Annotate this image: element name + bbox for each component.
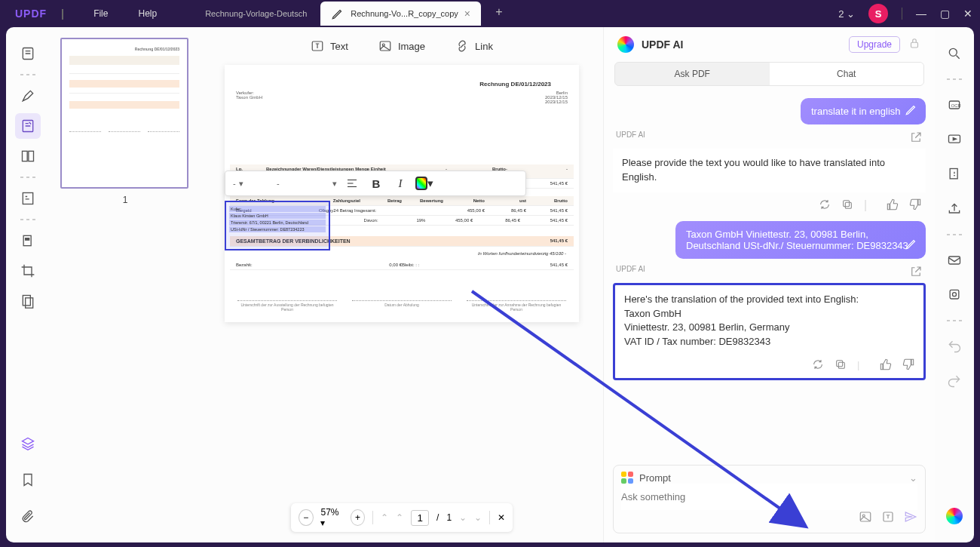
italic-button[interactable]: I: [391, 174, 409, 192]
svg-rect-15: [844, 200, 850, 206]
thumbs-up-icon[interactable]: [887, 198, 899, 211]
prompt-grid-icon: [621, 472, 633, 484]
form-tool[interactable]: [15, 186, 41, 211]
user-message: translate it in english: [801, 98, 926, 124]
ai-message-highlighted: Here's the translation of the provided t…: [613, 283, 926, 380]
slideshow-icon[interactable]: [942, 127, 967, 152]
close-zoombar-button[interactable]: ✕: [498, 512, 505, 523]
maximize-button[interactable]: ▢: [940, 8, 950, 20]
zoom-out-button[interactable]: −: [299, 509, 314, 526]
thumbs-down-icon[interactable]: [902, 358, 914, 370]
svg-rect-4: [23, 193, 32, 204]
share-icon[interactable]: [942, 196, 967, 222]
search-icon[interactable]: [942, 41, 967, 66]
menu-help[interactable]: Help: [123, 8, 172, 19]
open-external-icon[interactable]: [909, 265, 923, 280]
crop-tool[interactable]: [15, 258, 41, 284]
close-tab-icon[interactable]: ×: [464, 8, 470, 20]
edit-message-icon[interactable]: [905, 103, 918, 118]
print-icon[interactable]: [942, 282, 967, 308]
edit-tool[interactable]: [15, 113, 41, 139]
lock-icon[interactable]: [908, 36, 921, 53]
attach-image-icon[interactable]: [859, 510, 872, 527]
svg-rect-17: [837, 361, 843, 367]
chevron-down-icon: ⌄: [909, 472, 917, 484]
ocr-insert-icon[interactable]: [881, 510, 895, 527]
prev-page-button[interactable]: ⌃: [396, 512, 403, 523]
user-avatar[interactable]: S: [868, 4, 888, 23]
svg-point-21: [949, 48, 957, 56]
page-input[interactable]: [411, 510, 429, 526]
zoom-toolbar: − 57% ▾ + ⌃ ⌃ /1 ⌄ ⌄ ✕: [291, 503, 513, 532]
font-family-select[interactable]: - ▾: [233, 179, 271, 189]
user-message: Taxon GmbH Viniettestr. 23, 00981 Berlin…: [675, 221, 926, 259]
last-page-button[interactable]: ⌄: [474, 512, 482, 523]
prompt-selector[interactable]: Prompt ⌄: [621, 472, 917, 484]
bookmark-icon[interactable]: [15, 467, 41, 493]
tab-count[interactable]: 2 ⌄: [838, 8, 855, 20]
organize-tool[interactable]: [15, 143, 41, 169]
protect-icon[interactable]: [942, 161, 967, 187]
attachment-icon[interactable]: [15, 503, 41, 529]
add-tab-button[interactable]: +: [488, 2, 510, 23]
redo-icon[interactable]: [942, 368, 967, 394]
layers-icon[interactable]: [15, 431, 41, 456]
tab-ask-pdf[interactable]: Ask PDF: [615, 63, 770, 85]
next-page-button[interactable]: ⌄: [459, 512, 467, 523]
send-button[interactable]: [904, 510, 917, 527]
zoom-in-button[interactable]: +: [351, 509, 366, 526]
edit-text-button[interactable]: Text: [311, 39, 348, 53]
open-external-icon[interactable]: [909, 131, 923, 146]
first-page-button[interactable]: ⌃: [381, 512, 388, 523]
invoice-title: Rechnung DE/01/12/2023: [230, 78, 574, 91]
close-window-button[interactable]: ✕: [963, 8, 972, 20]
regenerate-icon[interactable]: [819, 198, 831, 211]
text-selection-box[interactable]: Kufer: Klaus Kirsten GmbH Triererstr. 67…: [225, 201, 330, 250]
copy-icon[interactable]: [835, 358, 847, 370]
svg-rect-26: [949, 257, 960, 264]
svg-rect-25: [950, 169, 957, 179]
font-size-select[interactable]: - ▾: [277, 179, 337, 189]
minimize-button[interactable]: —: [916, 8, 926, 20]
regenerate-icon[interactable]: [812, 358, 824, 370]
ocr-icon[interactable]: OCR: [942, 92, 967, 118]
zoom-level[interactable]: 57% ▾: [320, 507, 342, 528]
page-tool[interactable]: [15, 288, 41, 314]
thumbnail-page-number: 1: [60, 195, 190, 205]
comment-tool[interactable]: [15, 83, 41, 109]
chat-input[interactable]: [621, 484, 917, 510]
upgrade-button[interactable]: Upgrade: [849, 36, 900, 53]
svg-rect-7: [23, 296, 30, 306]
svg-rect-8: [26, 298, 33, 308]
text-color-button[interactable]: ▾: [415, 174, 433, 192]
app-logo: UPDF: [0, 8, 78, 20]
updf-ai-logo-icon: [617, 36, 634, 53]
document-tab-inactive[interactable]: Rechnung-Vorlage-Deutsch: [194, 2, 317, 26]
page-thumbnail[interactable]: Rechnung DE/01/12/2023: [60, 38, 188, 189]
edit-message-icon[interactable]: [905, 237, 918, 253]
redact-tool[interactable]: [15, 228, 41, 254]
thumbs-down-icon[interactable]: [909, 198, 921, 211]
reader-tool[interactable]: [15, 41, 41, 66]
edit-link-button[interactable]: Link: [455, 39, 493, 53]
svg-rect-14: [845, 202, 851, 208]
svg-rect-5: [23, 235, 31, 245]
undo-icon[interactable]: [942, 333, 967, 359]
tab-chat[interactable]: Chat: [770, 63, 924, 85]
ai-message: Please provide the text you would like t…: [613, 149, 926, 192]
text-format-toolbar: - ▾ - ▾ B I ▾: [225, 171, 526, 196]
svg-point-28: [953, 293, 957, 297]
thumbs-up-icon[interactable]: [880, 358, 892, 370]
copy-icon[interactable]: [841, 198, 853, 211]
document-tab-active[interactable]: Rechnung-Vo...R_copy_copy ×: [320, 2, 481, 26]
ai-sender-label: UPDF AI: [616, 131, 645, 146]
ai-sender-label: UPDF AI: [616, 265, 645, 280]
pencil-icon: [331, 7, 345, 20]
updf-ai-button[interactable]: [942, 503, 967, 529]
align-button[interactable]: [343, 174, 361, 192]
email-icon[interactable]: [942, 247, 967, 273]
bold-button[interactable]: B: [367, 174, 385, 192]
document-page[interactable]: Rechnung DE/01/12/2023 Verkufer:Berlin T…: [225, 65, 579, 322]
menu-file[interactable]: File: [78, 8, 123, 19]
edit-image-button[interactable]: Image: [378, 39, 425, 53]
